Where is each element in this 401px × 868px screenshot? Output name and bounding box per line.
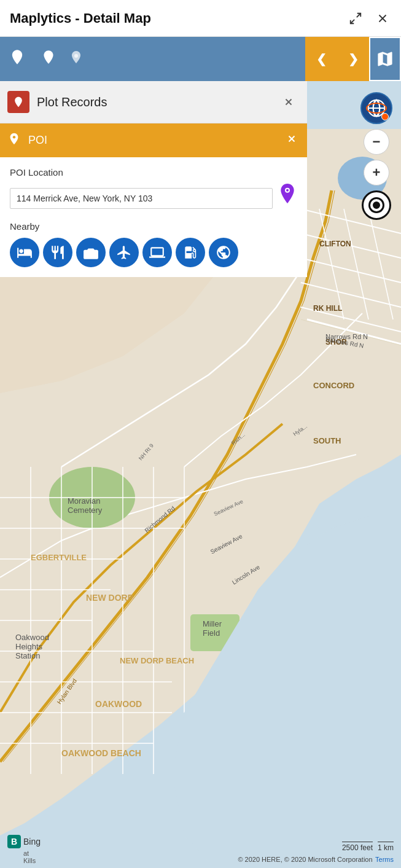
scale-1km: 1 km — [378, 842, 394, 852]
globe-button[interactable] — [360, 92, 392, 124]
bing-b-icon: B — [7, 835, 21, 848]
nearby-label: Nearby — [10, 221, 297, 232]
hotel-icon-button[interactable] — [10, 238, 39, 267]
map-nav-arrows: ❮ ❯ — [305, 37, 401, 81]
nav-location-icon — [0, 49, 34, 69]
location-dot — [370, 199, 383, 211]
poi-header: POI — [0, 123, 307, 157]
terms-link[interactable]: Terms — [375, 856, 394, 863]
svg-point-65 — [286, 189, 289, 192]
page-title: Maplytics - Detail Map — [10, 10, 151, 26]
map-layer-icon[interactable] — [369, 37, 401, 81]
bing-text: Bing — [23, 837, 41, 846]
nearby-icons — [10, 238, 297, 267]
camera-icon-button[interactable] — [76, 238, 106, 267]
nav-arrow-right[interactable]: ❯ — [337, 37, 369, 81]
location-button[interactable] — [362, 190, 391, 220]
panel-overlay: Plot Records POI — [0, 81, 307, 277]
map-container[interactable]: NH Rt 9 Rich... Hyla... Seaview Ave Narr… — [0, 37, 401, 868]
expand-button[interactable] — [347, 10, 364, 27]
map-bottom-bar: B Bing atKills 2500 feet 1 km © 2020 HER… — [0, 831, 401, 868]
poi-location-input[interactable] — [10, 188, 273, 209]
map-nav-bar: ❮ ❯ — [0, 37, 401, 81]
svg-text:Narrows Rd N: Narrows Rd N — [325, 333, 368, 340]
copyright-text: © 2020 HERE, © 2020 Microsoft Corporatio… — [238, 856, 372, 863]
map-scale: 2500 feet 1 km — [238, 842, 394, 852]
service-icon-button[interactable] — [209, 238, 238, 267]
plot-records-title: Plot Records — [37, 95, 273, 109]
poi-close-button[interactable] — [286, 133, 297, 147]
close-window-button[interactable] — [374, 10, 391, 27]
nav-pin-icon-2 — [63, 50, 90, 68]
map-scale-copyright: 2500 feet 1 km © 2020 HERE, © 2020 Micro… — [238, 842, 394, 864]
gas-station-icon-button[interactable] — [176, 238, 205, 267]
poi-location-label: POI Location — [10, 167, 297, 178]
scale-2500-feet: 2500 feet — [342, 842, 373, 852]
bing-logo: B Bing — [7, 835, 41, 848]
title-bar-left: Maplytics - Detail Map — [10, 10, 151, 26]
svg-line-1 — [351, 19, 354, 23]
nav-arrow-left[interactable]: ❮ — [305, 37, 337, 81]
zoom-out-button[interactable]: − — [364, 129, 389, 155]
poi-map-pin-icon[interactable] — [278, 184, 297, 213]
plot-records-close-button[interactable] — [280, 93, 297, 111]
svg-line-0 — [357, 13, 360, 17]
plot-records-icon — [7, 91, 29, 113]
nav-pin-icon-1 — [34, 49, 63, 69]
laptop-icon-button[interactable] — [142, 238, 172, 267]
restaurant-icon-button[interactable] — [43, 238, 72, 267]
poi-title: POI — [28, 134, 279, 147]
bing-branding: B Bing atKills — [7, 835, 41, 864]
title-bar-actions — [347, 10, 391, 27]
poi-content: POI Location Nearby — [0, 157, 307, 277]
poi-input-row — [10, 184, 297, 213]
plot-records-header: Plot Records — [0, 81, 307, 123]
zoom-in-button[interactable]: + — [364, 160, 389, 186]
title-bar: Maplytics - Detail Map — [0, 0, 401, 37]
map-controls: − + — [360, 92, 392, 220]
poi-icon — [7, 132, 21, 149]
map-copyright-row: © 2020 HERE, © 2020 Microsoft Corporatio… — [238, 853, 394, 864]
bing-sub: atKills — [23, 850, 41, 864]
airport-icon-button[interactable] — [109, 238, 139, 267]
